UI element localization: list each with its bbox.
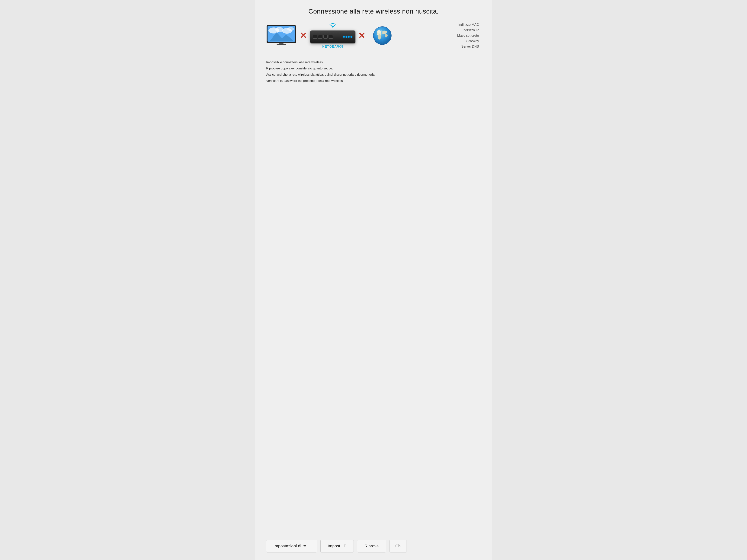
error-line-2: Riprovare dopo aver considerato quanto s… [266, 66, 481, 71]
svg-point-5 [287, 27, 294, 31]
svg-point-19 [378, 30, 381, 33]
wifi-icon [329, 23, 337, 30]
globe-icon [372, 25, 393, 46]
led-2 [345, 36, 347, 37]
router-device [310, 30, 355, 43]
network-info-mac: Indirizzo MAC [458, 23, 479, 27]
router-label: NETGEAR05 [322, 45, 343, 49]
network-info-panel: Indirizzo MAC Indirizzo IP Masc sottoret… [457, 23, 481, 49]
connection-diagram: ✕ [266, 23, 481, 49]
buttons-row: Impostazioni di re... Impost. IP Riprova… [266, 540, 481, 553]
led-4 [351, 36, 352, 37]
svg-rect-7 [279, 43, 284, 45]
main-screen: Connessione alla rete wireless non riusc… [255, 0, 492, 560]
error-x-tv-router: ✕ [300, 31, 307, 40]
error-line-4: Verificare la password (se presente) del… [266, 78, 481, 84]
router-block: NETGEAR05 [310, 23, 355, 49]
router-leds [343, 36, 352, 37]
tv-icon [266, 25, 296, 46]
router-port-2 [318, 35, 322, 38]
page-title: Connessione alla rete wireless non riusc… [266, 7, 481, 15]
led-3 [348, 36, 350, 37]
close-button[interactable]: Ch [389, 540, 407, 553]
network-info-dns: Server DNS [461, 45, 479, 49]
error-line-1: Impossibile connettersi alla rete wirele… [266, 60, 481, 65]
network-info-gateway: Gateway [466, 39, 479, 43]
router-port-3 [324, 35, 328, 38]
error-section: Impossibile connettersi alla rete wirele… [266, 56, 481, 90]
error-x-router-globe: ✕ [358, 31, 365, 40]
error-line-3: Assicurarsi che la rete wireless sia att… [266, 72, 481, 77]
ip-settings-button[interactable]: Impost. IP [320, 540, 354, 553]
network-info-subnet: Masc sottorete [457, 34, 479, 37]
svg-point-9 [332, 27, 333, 28]
retry-button[interactable]: Riprova [357, 540, 386, 553]
router-port-1 [313, 35, 317, 38]
led-1 [343, 36, 345, 37]
network-info-ip: Indirizzo IP [463, 28, 479, 32]
network-settings-button[interactable]: Impostazioni di re... [266, 540, 317, 553]
router-ports [313, 35, 333, 38]
router-port-4 [329, 35, 333, 38]
svg-rect-8 [277, 45, 286, 45]
